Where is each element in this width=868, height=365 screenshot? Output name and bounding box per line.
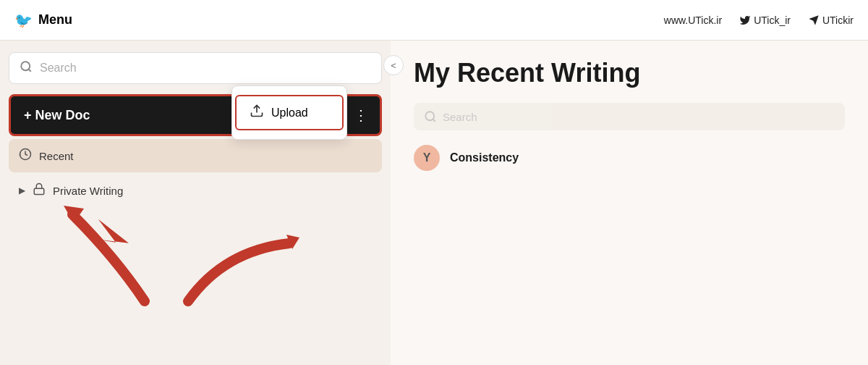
upload-label: Upload [271, 106, 308, 119]
main-layout: Search + New Doc ⋮ Upload Recent ▶ [0, 41, 868, 365]
search-placeholder: Search [40, 62, 77, 75]
telegram-icon [808, 14, 820, 26]
search-bar[interactable]: Search [9, 52, 382, 84]
more-options-button[interactable]: ⋮ [342, 96, 380, 134]
header-links: www.UTick.ir UTick_ir UTickir [664, 14, 854, 26]
twitter-label: UTick_ir [754, 14, 791, 26]
content-area: My Recent Writing Search Y Consistency [391, 41, 868, 365]
content-title: My Recent Writing [414, 58, 845, 88]
content-search-icon [424, 110, 437, 123]
search-icon [20, 60, 33, 76]
svg-marker-7 [286, 235, 299, 249]
svg-rect-4 [34, 188, 44, 194]
recent-icon [19, 148, 32, 164]
header: 🐦 Menu www.UTick.ir UTick_ir UTickir [0, 0, 868, 41]
svg-line-1 [28, 69, 30, 71]
doc-item[interactable]: Y Consistency [414, 145, 845, 171]
svg-marker-5 [85, 212, 129, 258]
telegram-label: UTickir [822, 14, 854, 26]
doc-name: Consistency [450, 151, 519, 164]
expand-icon: ▶ [19, 185, 25, 196]
sidebar-item-recent[interactable]: Recent [9, 139, 382, 172]
dropdown-menu: Upload [231, 85, 347, 140]
private-label: Private Writing [53, 185, 123, 197]
avatar: Y [414, 145, 440, 171]
twitter-icon [739, 14, 751, 26]
lock-icon [33, 182, 46, 198]
twitter-link[interactable]: UTick_ir [739, 14, 791, 26]
svg-line-9 [433, 119, 435, 121]
sidebar-item-private[interactable]: ▶ Private Writing [9, 174, 382, 207]
recent-label: Recent [39, 150, 74, 162]
logo[interactable]: 🐦 Menu [14, 12, 72, 29]
content-search-bar[interactable]: Search [414, 103, 845, 130]
upload-option[interactable]: Upload [235, 95, 344, 130]
upload-icon [250, 104, 264, 122]
menu-label: Menu [38, 12, 72, 28]
logo-icon: 🐦 [14, 12, 33, 29]
website-link[interactable]: www.UTick.ir [664, 14, 722, 26]
content-search-placeholder: Search [443, 111, 477, 123]
sidebar: Search + New Doc ⋮ Upload Recent ▶ [0, 41, 391, 365]
svg-marker-6 [64, 206, 84, 223]
svg-point-8 [425, 112, 434, 120]
collapse-button[interactable]: < [383, 55, 404, 75]
telegram-link[interactable]: UTickir [808, 14, 854, 26]
svg-point-0 [21, 62, 30, 70]
